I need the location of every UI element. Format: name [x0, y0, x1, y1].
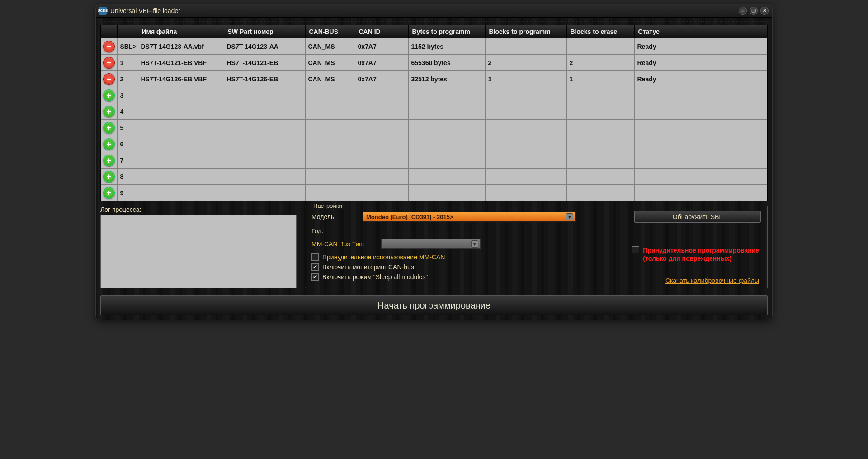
col-action[interactable]: [101, 25, 117, 38]
titlebar[interactable]: UCDS Universal VBF-file loader — ▢ ✕: [96, 4, 772, 18]
cell-slot: SBL>: [117, 38, 138, 55]
add-icon[interactable]: +: [103, 187, 115, 199]
table-row[interactable]: −SBL>DS7T-14G123-AA.vbfDS7T-14G123-AACAN…: [101, 38, 767, 55]
table-row[interactable]: +3: [101, 87, 767, 103]
cell-filename: HS7T-14G126-EB.VBF: [138, 71, 224, 87]
cell-canbus: CAN_MS: [305, 71, 355, 87]
start-programming-button[interactable]: Начать программирование: [100, 295, 768, 315]
remove-icon[interactable]: −: [103, 41, 115, 52]
cell-slot: 7: [117, 152, 138, 169]
table-row[interactable]: +8: [101, 169, 767, 185]
cell-bytes: [408, 103, 485, 120]
cell-blocks-erase: [566, 87, 634, 103]
detect-sbl-button[interactable]: Обнаружить SBL: [634, 211, 761, 223]
force-programming-checkbox[interactable]: [632, 246, 639, 253]
sleep-modules-checkbox[interactable]: [311, 273, 319, 281]
window-title: Universal VBF-file loader: [110, 7, 180, 14]
table-row[interactable]: +9: [101, 185, 767, 201]
cell-sw-part: [224, 103, 305, 120]
model-select[interactable]: Mondeo (Euro) [CD391] - 2015> ▼: [363, 212, 576, 222]
cell-bytes: [408, 169, 485, 185]
cell-status: [634, 103, 767, 120]
cell-sw-part: [224, 136, 305, 152]
cell-filename: [138, 152, 224, 169]
cell-filename: [138, 136, 224, 152]
cell-canid: [355, 136, 408, 152]
year-label: Год:: [311, 227, 357, 234]
cell-status: [634, 185, 767, 201]
cell-status: Ready: [634, 38, 767, 55]
force-programming-label: Принудительное программирование (только …: [643, 246, 759, 262]
cell-filename: HS7T-14G121-EB.VBF: [138, 55, 224, 71]
cell-canid: 0x7A7: [355, 71, 408, 87]
cell-canid: [355, 120, 408, 136]
cell-filename: DS7T-14G123-AA.vbf: [138, 38, 224, 55]
chevron-down-icon: ▼: [566, 213, 573, 220]
cell-bytes: [408, 152, 485, 169]
table-row[interactable]: +7: [101, 152, 767, 169]
log-textarea[interactable]: [100, 215, 297, 288]
remove-icon[interactable]: −: [103, 73, 115, 85]
cell-bytes: [408, 136, 485, 152]
log-label: Лог процесса:: [100, 206, 297, 213]
table-row[interactable]: −2HS7T-14G126-EB.VBFHS7T-14G126-EBCAN_MS…: [101, 71, 767, 87]
col-blocks-prog[interactable]: Blocks to programm: [485, 25, 566, 38]
cell-blocks-prog: [485, 152, 566, 169]
col-sw-part[interactable]: SW Part номер: [224, 25, 305, 38]
add-icon[interactable]: +: [103, 106, 115, 117]
settings-panel: Настройки Модель: Mondeo (Euro) [CD391] …: [305, 206, 768, 288]
cell-sw-part: [224, 169, 305, 185]
chevron-down-icon: ▼: [471, 240, 478, 248]
add-icon[interactable]: +: [103, 138, 115, 150]
cell-blocks-erase: [566, 152, 634, 169]
cell-filename: [138, 103, 224, 120]
cell-sw-part: [224, 185, 305, 201]
cell-canid: [355, 185, 408, 201]
force-mmcan-checkbox[interactable]: [311, 253, 319, 261]
cell-sw-part: [224, 120, 305, 136]
col-slot[interactable]: [117, 25, 138, 38]
table-row[interactable]: +6: [101, 136, 767, 152]
cell-canbus: [305, 169, 355, 185]
col-blocks-erase[interactable]: Blocks to erase: [566, 25, 634, 38]
col-filename[interactable]: Имя файла: [138, 25, 224, 38]
decoration-dots: [100, 20, 768, 23]
cell-status: [634, 87, 767, 103]
close-button[interactable]: ✕: [760, 7, 769, 15]
col-bytes[interactable]: Bytes to programm: [408, 25, 485, 38]
cell-slot: 4: [117, 103, 138, 120]
col-canid[interactable]: CAN ID: [355, 25, 408, 38]
cell-status: [634, 136, 767, 152]
cell-canbus: [305, 136, 355, 152]
cell-blocks-prog: 2: [485, 55, 566, 71]
cell-sw-part: [224, 152, 305, 169]
cell-blocks-prog: [485, 169, 566, 185]
cell-sw-part: [224, 87, 305, 103]
cell-canid: [355, 103, 408, 120]
mmcan-select[interactable]: ▼: [381, 239, 481, 249]
add-icon[interactable]: +: [103, 155, 115, 166]
col-canbus[interactable]: CAN-BUS: [305, 25, 355, 38]
cell-slot: 1: [117, 55, 138, 71]
cell-slot: 5: [117, 120, 138, 136]
cell-blocks-prog: 1: [485, 71, 566, 87]
table-row[interactable]: +4: [101, 103, 767, 120]
minimize-button[interactable]: —: [739, 7, 747, 15]
monitor-canbus-checkbox[interactable]: [311, 263, 319, 271]
download-calibration-link[interactable]: Скачать калибровочные файлы: [665, 277, 759, 284]
cell-bytes: 655360 bytes: [408, 55, 485, 71]
add-icon[interactable]: +: [103, 89, 115, 101]
app-logo-icon: UCDS: [99, 7, 107, 15]
table-row[interactable]: +5: [101, 120, 767, 136]
maximize-button[interactable]: ▢: [750, 7, 758, 15]
col-status[interactable]: Статус: [634, 25, 767, 38]
add-icon[interactable]: +: [103, 171, 115, 183]
add-icon[interactable]: +: [103, 122, 115, 134]
cell-canbus: [305, 120, 355, 136]
cell-bytes: 32512 bytes: [408, 71, 485, 87]
table-row[interactable]: −1HS7T-14G121-EB.VBFHS7T-14G121-EBCAN_MS…: [101, 55, 767, 71]
cell-canbus: [305, 185, 355, 201]
cell-status: Ready: [634, 55, 767, 71]
remove-icon[interactable]: −: [103, 57, 115, 69]
cell-blocks-prog: [485, 185, 566, 201]
